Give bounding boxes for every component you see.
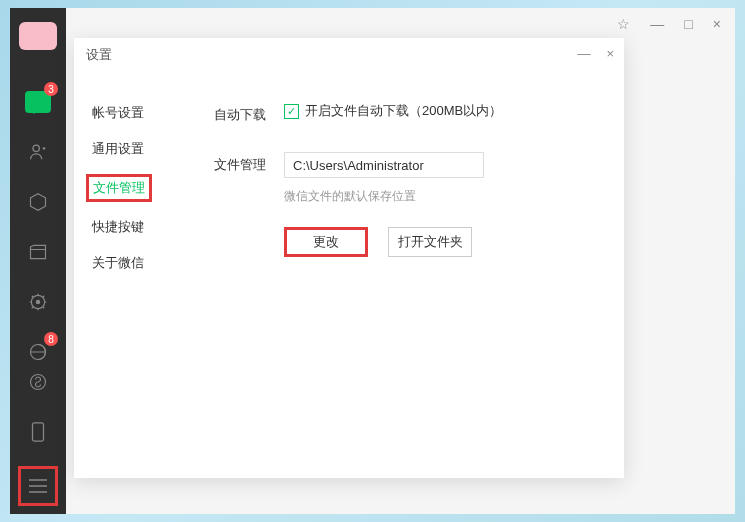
avatar[interactable] — [19, 22, 57, 50]
moments-icon[interactable]: 8 — [22, 336, 54, 368]
path-hint: 微信文件的默认保存位置 — [284, 188, 604, 205]
dialog-controls: — × — [577, 46, 614, 61]
dialog-minimize-button[interactable]: — — [577, 46, 590, 61]
dialog-close-button[interactable]: × — [606, 46, 614, 61]
mini-program-icon[interactable] — [22, 366, 54, 398]
menu-button[interactable] — [18, 466, 58, 506]
wechat-app-window: 3 8 — [10, 8, 735, 514]
settings-content: 自动下载 ✓ 开启文件自动下载（200MB以内） 文件管理 微信文件的 — [174, 102, 624, 478]
settings-nav: 帐号设置 通用设置 文件管理 快捷按键 关于微信 — [74, 102, 174, 478]
change-button[interactable]: 更改 — [284, 227, 368, 257]
settings-gear-icon[interactable] — [22, 286, 54, 318]
moments-badge: 8 — [44, 332, 58, 346]
file-management-row: 文件管理 微信文件的默认保存位置 更改 打开文件夹 — [214, 152, 604, 257]
maximize-button[interactable]: □ — [684, 16, 692, 32]
main-window-controls: ☆ — □ × — [617, 16, 721, 32]
files-icon[interactable] — [22, 236, 54, 268]
nav-file-management[interactable]: 文件管理 — [86, 174, 152, 202]
chats-badge: 3 — [44, 82, 58, 96]
svg-rect-5 — [33, 423, 44, 441]
pin-icon[interactable]: ☆ — [617, 16, 630, 32]
dialog-body: 帐号设置 通用设置 文件管理 快捷按键 关于微信 自动下载 ✓ 开启文件自动下载… — [74, 72, 624, 478]
close-button[interactable]: × — [713, 16, 721, 32]
main-area: ☆ — □ × 设置 — × 帐号设置 通用设置 文件管理 快捷按键 关于微信 — [66, 8, 735, 514]
open-folder-button[interactable]: 打开文件夹 — [388, 227, 472, 257]
svg-point-0 — [33, 145, 39, 151]
svg-point-2 — [36, 300, 39, 303]
auto-download-checkbox-line[interactable]: ✓ 开启文件自动下载（200MB以内） — [284, 102, 604, 120]
phone-icon[interactable] — [22, 416, 54, 448]
auto-download-label: 自动下载 — [214, 102, 284, 124]
checkbox-icon[interactable]: ✓ — [284, 104, 299, 119]
nav-shortcut[interactable]: 快捷按键 — [92, 216, 174, 238]
favorites-icon[interactable] — [22, 186, 54, 218]
hamburger-icon — [29, 479, 47, 493]
file-path-input[interactable] — [284, 152, 484, 178]
nav-account[interactable]: 帐号设置 — [92, 102, 174, 124]
settings-dialog: 设置 — × 帐号设置 通用设置 文件管理 快捷按键 关于微信 自动下载 — [74, 38, 624, 478]
left-sidebar: 3 8 — [10, 8, 66, 514]
dialog-title: 设置 — [86, 46, 112, 64]
auto-download-row: 自动下载 ✓ 开启文件自动下载（200MB以内） — [214, 102, 604, 124]
dialog-titlebar[interactable]: 设置 — × — [74, 38, 624, 72]
chats-icon[interactable]: 3 — [22, 86, 54, 118]
nav-about[interactable]: 关于微信 — [92, 252, 174, 274]
file-mgmt-label: 文件管理 — [214, 152, 284, 174]
button-row: 更改 打开文件夹 — [284, 227, 604, 257]
contacts-icon[interactable] — [22, 136, 54, 168]
nav-general[interactable]: 通用设置 — [92, 138, 174, 160]
minimize-button[interactable]: — — [650, 16, 664, 32]
auto-download-text: 开启文件自动下载（200MB以内） — [305, 102, 502, 120]
